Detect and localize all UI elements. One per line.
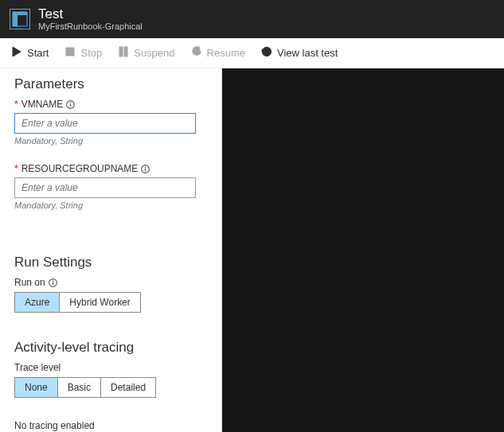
blade-header: Test MyFirstRunbook-Graphical [0,0,504,38]
rgname-hint: Mandatory, String [14,200,207,210]
info-icon[interactable] [66,100,75,109]
svg-rect-18 [53,280,53,281]
trace-none[interactable]: None [15,378,58,397]
play-icon [11,46,22,60]
vmname-input[interactable] [14,113,196,134]
runon-label: Run on [14,277,45,288]
svg-rect-1 [13,12,27,15]
stop-button[interactable]: Stop [64,46,102,60]
svg-rect-12 [70,102,71,103]
svg-rect-5 [119,47,123,56]
content-columns: Parameters * VMNAME Mandatory, String * … [0,68,504,432]
svg-rect-2 [13,15,18,26]
view-last-test-label: View last test [277,47,338,59]
svg-rect-14 [145,168,146,171]
pause-icon [118,46,129,60]
settings-panel: Parameters * VMNAME Mandatory, String * … [0,68,222,432]
stop-icon [64,46,76,60]
toolbar: Start Stop Suspend Resume View last test [0,38,504,68]
runon-segmented: Azure Hybrid Worker [14,292,141,313]
svg-rect-11 [70,103,71,107]
info-icon[interactable] [49,278,57,287]
history-icon [261,46,272,60]
suspend-button[interactable]: Suspend [118,46,174,60]
suspend-label: Suspend [134,47,174,59]
svg-rect-6 [124,47,127,56]
trace-basic[interactable]: Basic [58,378,101,397]
runon-azure[interactable]: Azure [15,293,60,312]
page-subtitle: MyFirstRunbook-Graphical [38,21,143,32]
param-vmname: * VMNAME Mandatory, String [14,99,207,146]
svg-rect-17 [53,282,53,285]
resume-label: Resume [207,47,245,59]
start-button[interactable]: Start [11,46,49,60]
tracing-note: No tracing enabled [14,420,207,431]
tracelevel-label: Trace level [14,362,61,373]
svg-rect-4 [66,48,74,56]
start-label: Start [27,47,49,59]
page-title: Test [38,6,143,22]
output-pane [222,68,504,432]
header-titles: Test MyFirstRunbook-Graphical [38,6,143,32]
view-last-test-button[interactable]: View last test [261,46,338,60]
runon-hybrid[interactable]: Hybrid Worker [60,293,139,312]
vmname-hint: Mandatory, String [14,136,207,146]
refresh-icon [191,46,202,60]
trace-detailed[interactable]: Detailed [101,378,155,397]
svg-rect-15 [145,166,146,167]
vmname-label: VMNAME [21,99,64,110]
runbook-test-icon [10,9,30,29]
tracelevel-segmented: None Basic Detailed [14,377,156,398]
rgname-label: RESOURCEGROUPNAME [21,163,139,174]
rgname-input[interactable] [14,177,196,198]
required-star: * [14,163,18,174]
tracing-heading: Activity-level tracing [14,340,207,356]
param-rgname: * RESOURCEGROUPNAME Mandatory, String [14,163,207,210]
resume-button[interactable]: Resume [191,46,245,60]
runsettings-heading: Run Settings [14,255,207,270]
stop-label: Stop [80,47,102,59]
parameters-heading: Parameters [14,76,207,92]
svg-marker-3 [13,47,21,56]
info-icon[interactable] [141,165,150,173]
required-star: * [14,99,18,110]
